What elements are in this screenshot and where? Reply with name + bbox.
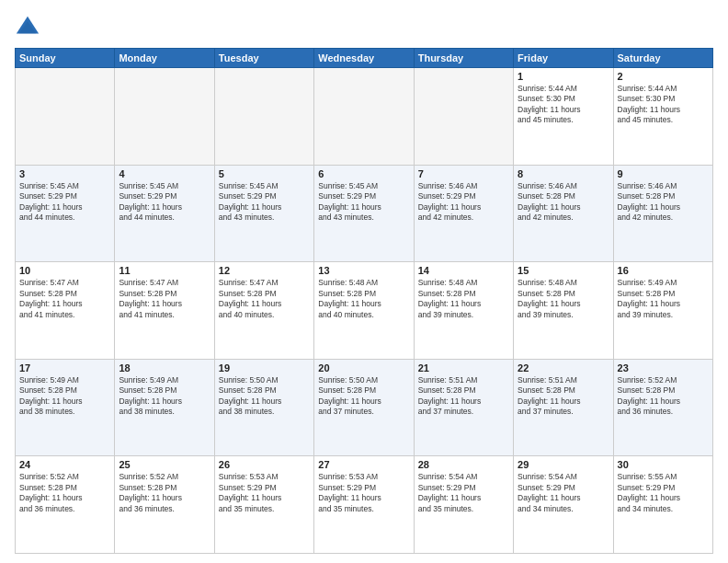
day-info: Sunrise: 5:47 AMSunset: 5:28 PMDaylight:… <box>19 278 110 320</box>
calendar-day-cell: 4Sunrise: 5:45 AMSunset: 5:29 PMDaylight… <box>115 165 214 262</box>
calendar-day-cell: 1Sunrise: 5:44 AMSunset: 5:30 PMDaylight… <box>514 68 613 166</box>
logo-icon <box>15 15 40 40</box>
day-info: Sunrise: 5:51 AMSunset: 5:28 PMDaylight:… <box>418 375 509 418</box>
day-info: Sunrise: 5:49 AMSunset: 5:28 PMDaylight:… <box>618 278 709 320</box>
calendar-day-cell: 15Sunrise: 5:48 AMSunset: 5:28 PMDayligh… <box>514 262 613 360</box>
day-info: Sunrise: 5:49 AMSunset: 5:28 PMDaylight:… <box>119 375 210 418</box>
calendar-day-cell: 2Sunrise: 5:44 AMSunset: 5:30 PMDaylight… <box>613 68 712 166</box>
day-info: Sunrise: 5:48 AMSunset: 5:28 PMDaylight:… <box>418 278 509 320</box>
day-number: 13 <box>318 265 409 276</box>
calendar-day-header: Thursday <box>414 49 513 68</box>
day-info: Sunrise: 5:47 AMSunset: 5:28 PMDaylight:… <box>219 278 310 320</box>
day-info: Sunrise: 5:50 AMSunset: 5:28 PMDaylight:… <box>318 375 409 418</box>
calendar-day-cell <box>414 68 513 166</box>
calendar-week-row: 17Sunrise: 5:49 AMSunset: 5:28 PMDayligh… <box>16 359 713 456</box>
day-number: 25 <box>119 459 210 470</box>
calendar-day-cell: 16Sunrise: 5:49 AMSunset: 5:28 PMDayligh… <box>613 262 712 360</box>
day-number: 16 <box>618 265 709 276</box>
calendar-day-cell: 12Sunrise: 5:47 AMSunset: 5:28 PMDayligh… <box>214 262 313 360</box>
day-info: Sunrise: 5:53 AMSunset: 5:29 PMDaylight:… <box>318 472 409 514</box>
day-number: 7 <box>418 168 509 179</box>
day-number: 22 <box>518 362 609 373</box>
calendar-day-cell: 3Sunrise: 5:45 AMSunset: 5:29 PMDaylight… <box>16 165 115 262</box>
day-info: Sunrise: 5:45 AMSunset: 5:29 PMDaylight:… <box>318 181 409 224</box>
day-number: 27 <box>318 459 409 470</box>
logo <box>15 15 44 40</box>
day-info: Sunrise: 5:46 AMSunset: 5:28 PMDaylight:… <box>518 181 609 224</box>
calendar-day-cell: 17Sunrise: 5:49 AMSunset: 5:28 PMDayligh… <box>16 359 115 456</box>
calendar-day-cell: 26Sunrise: 5:53 AMSunset: 5:29 PMDayligh… <box>214 456 313 554</box>
calendar-day-cell: 22Sunrise: 5:51 AMSunset: 5:28 PMDayligh… <box>514 359 613 456</box>
calendar-day-cell: 7Sunrise: 5:46 AMSunset: 5:29 PMDaylight… <box>414 165 513 262</box>
calendar-day-cell: 23Sunrise: 5:52 AMSunset: 5:28 PMDayligh… <box>613 359 712 456</box>
calendar-day-cell <box>314 68 414 166</box>
page: SundayMondayTuesdayWednesdayThursdayFrid… <box>0 0 728 563</box>
day-info: Sunrise: 5:45 AMSunset: 5:29 PMDaylight:… <box>19 181 110 224</box>
day-number: 30 <box>618 459 709 470</box>
calendar-day-cell: 11Sunrise: 5:47 AMSunset: 5:28 PMDayligh… <box>115 262 214 360</box>
calendar-day-cell <box>115 68 214 166</box>
calendar-day-header: Friday <box>514 49 613 68</box>
calendar-day-cell: 29Sunrise: 5:54 AMSunset: 5:29 PMDayligh… <box>514 456 613 554</box>
day-number: 2 <box>618 71 709 82</box>
calendar-day-cell: 19Sunrise: 5:50 AMSunset: 5:28 PMDayligh… <box>214 359 313 456</box>
day-info: Sunrise: 5:50 AMSunset: 5:28 PMDaylight:… <box>219 375 310 418</box>
calendar-day-cell: 24Sunrise: 5:52 AMSunset: 5:28 PMDayligh… <box>16 456 115 554</box>
calendar-day-cell: 25Sunrise: 5:52 AMSunset: 5:28 PMDayligh… <box>115 456 214 554</box>
calendar-table: SundayMondayTuesdayWednesdayThursdayFrid… <box>15 48 713 554</box>
calendar-week-row: 3Sunrise: 5:45 AMSunset: 5:29 PMDaylight… <box>16 165 713 262</box>
calendar-day-cell: 18Sunrise: 5:49 AMSunset: 5:28 PMDayligh… <box>115 359 214 456</box>
day-info: Sunrise: 5:49 AMSunset: 5:28 PMDaylight:… <box>19 375 110 418</box>
day-info: Sunrise: 5:52 AMSunset: 5:28 PMDaylight:… <box>19 472 110 514</box>
calendar-day-cell: 21Sunrise: 5:51 AMSunset: 5:28 PMDayligh… <box>414 359 513 456</box>
day-number: 4 <box>119 168 210 179</box>
day-number: 17 <box>19 362 110 373</box>
day-number: 6 <box>318 168 409 179</box>
day-info: Sunrise: 5:51 AMSunset: 5:28 PMDaylight:… <box>518 375 609 418</box>
day-number: 11 <box>119 265 210 276</box>
day-info: Sunrise: 5:44 AMSunset: 5:30 PMDaylight:… <box>518 84 609 126</box>
calendar-day-cell <box>214 68 313 166</box>
calendar-day-cell: 30Sunrise: 5:55 AMSunset: 5:29 PMDayligh… <box>613 456 712 554</box>
day-number: 1 <box>518 71 609 82</box>
day-info: Sunrise: 5:54 AMSunset: 5:29 PMDaylight:… <box>418 472 509 514</box>
calendar-day-cell: 6Sunrise: 5:45 AMSunset: 5:29 PMDaylight… <box>314 165 414 262</box>
calendar-day-header: Tuesday <box>214 49 313 68</box>
calendar-day-cell: 13Sunrise: 5:48 AMSunset: 5:28 PMDayligh… <box>314 262 414 360</box>
day-number: 18 <box>119 362 210 373</box>
calendar-week-row: 10Sunrise: 5:47 AMSunset: 5:28 PMDayligh… <box>16 262 713 360</box>
calendar-day-cell <box>16 68 115 166</box>
day-info: Sunrise: 5:46 AMSunset: 5:29 PMDaylight:… <box>418 181 509 224</box>
calendar-week-row: 24Sunrise: 5:52 AMSunset: 5:28 PMDayligh… <box>16 456 713 554</box>
day-number: 9 <box>618 168 709 179</box>
day-info: Sunrise: 5:54 AMSunset: 5:29 PMDaylight:… <box>518 472 609 514</box>
calendar-day-cell: 5Sunrise: 5:45 AMSunset: 5:29 PMDaylight… <box>214 165 313 262</box>
day-number: 15 <box>518 265 609 276</box>
calendar-day-cell: 10Sunrise: 5:47 AMSunset: 5:28 PMDayligh… <box>16 262 115 360</box>
day-number: 26 <box>219 459 310 470</box>
day-number: 19 <box>219 362 310 373</box>
day-info: Sunrise: 5:47 AMSunset: 5:28 PMDaylight:… <box>119 278 210 320</box>
calendar-week-row: 1Sunrise: 5:44 AMSunset: 5:30 PMDaylight… <box>16 68 713 166</box>
day-number: 28 <box>418 459 509 470</box>
day-info: Sunrise: 5:53 AMSunset: 5:29 PMDaylight:… <box>219 472 310 514</box>
day-number: 29 <box>518 459 609 470</box>
calendar-day-cell: 20Sunrise: 5:50 AMSunset: 5:28 PMDayligh… <box>314 359 414 456</box>
day-info: Sunrise: 5:52 AMSunset: 5:28 PMDaylight:… <box>119 472 210 514</box>
day-number: 21 <box>418 362 509 373</box>
day-info: Sunrise: 5:48 AMSunset: 5:28 PMDaylight:… <box>318 278 409 320</box>
day-info: Sunrise: 5:48 AMSunset: 5:28 PMDaylight:… <box>518 278 609 320</box>
day-info: Sunrise: 5:44 AMSunset: 5:30 PMDaylight:… <box>618 84 709 126</box>
day-number: 8 <box>518 168 609 179</box>
calendar-day-cell: 28Sunrise: 5:54 AMSunset: 5:29 PMDayligh… <box>414 456 513 554</box>
day-number: 24 <box>19 459 110 470</box>
calendar-day-header: Monday <box>115 49 214 68</box>
calendar-day-header: Saturday <box>613 49 712 68</box>
day-number: 23 <box>618 362 709 373</box>
calendar-header-row: SundayMondayTuesdayWednesdayThursdayFrid… <box>16 49 713 68</box>
day-info: Sunrise: 5:45 AMSunset: 5:29 PMDaylight:… <box>119 181 210 224</box>
day-number: 20 <box>318 362 409 373</box>
calendar-day-header: Wednesday <box>314 49 414 68</box>
header <box>15 15 713 40</box>
day-info: Sunrise: 5:52 AMSunset: 5:28 PMDaylight:… <box>618 375 709 418</box>
